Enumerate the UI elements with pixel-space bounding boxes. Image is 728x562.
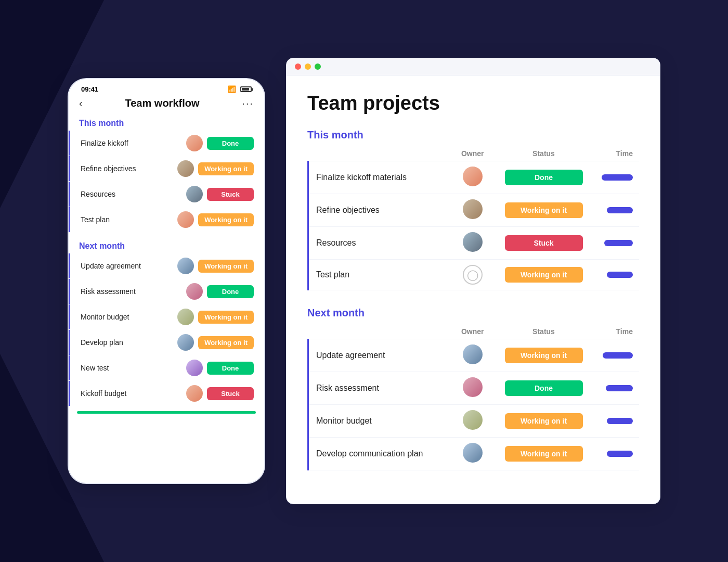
status-badge: Done bbox=[207, 137, 254, 150]
battery-icon bbox=[240, 86, 252, 92]
col-header-task bbox=[308, 324, 449, 339]
owner-cell bbox=[448, 339, 497, 372]
avatar bbox=[463, 377, 483, 397]
owner-cell bbox=[448, 405, 497, 438]
status-badge: Working on it bbox=[198, 336, 254, 349]
avatar bbox=[177, 258, 194, 274]
mobile-task-name: Develop plan bbox=[81, 338, 173, 347]
avatar bbox=[186, 385, 203, 402]
mobile-next-month-row-6[interactable]: Kickoff budget Stuck bbox=[69, 381, 264, 406]
owner-cell bbox=[448, 227, 497, 260]
table-row[interactable]: Resources Stuck bbox=[308, 227, 640, 260]
avatar bbox=[177, 309, 194, 325]
dot-red bbox=[295, 63, 301, 70]
status-badge: Working on it bbox=[505, 267, 583, 283]
mobile-next-month-row-3[interactable]: Monitor budget Working on it bbox=[69, 304, 264, 329]
time-bar bbox=[607, 451, 633, 457]
avatar bbox=[186, 186, 203, 202]
mobile-next-month-row-4[interactable]: Develop plan Working on it bbox=[69, 330, 264, 355]
status-time: 09:41 bbox=[81, 85, 98, 93]
avatar bbox=[186, 360, 203, 376]
back-button[interactable]: ‹ bbox=[79, 97, 83, 109]
status-cell: Stuck bbox=[497, 227, 590, 260]
status-badge: Working on it bbox=[505, 446, 583, 462]
table-row[interactable]: Finalize kickoff materials Done bbox=[308, 161, 640, 194]
status-badge: Working on it bbox=[198, 213, 254, 226]
task-name: Risk assessment bbox=[308, 372, 449, 405]
table-row[interactable]: Develop communication plan Working on it bbox=[308, 438, 640, 470]
mobile-next-month-row-5[interactable]: New test Done bbox=[69, 355, 264, 380]
mobile-this-month-row-3[interactable]: Resources Stuck bbox=[69, 182, 264, 207]
mobile-task-name: Refine objectives bbox=[81, 164, 173, 173]
task-name: Refine objectives bbox=[308, 194, 449, 227]
status-badge: Working on it bbox=[198, 311, 254, 324]
status-cell: Working on it bbox=[497, 405, 590, 438]
time-cell bbox=[591, 339, 639, 372]
mobile-next-month-label: Next month bbox=[69, 238, 264, 253]
more-button[interactable]: ··· bbox=[242, 97, 254, 109]
status-cell: Done bbox=[497, 372, 590, 405]
status-badge: Stuck bbox=[207, 188, 254, 201]
mobile-this-month-row-4[interactable]: Test plan Working on it bbox=[69, 207, 264, 232]
owner-cell bbox=[448, 372, 497, 405]
table-row[interactable]: Update agreement Working on it bbox=[308, 339, 640, 372]
time-cell bbox=[591, 161, 639, 194]
status-badge: Working on it bbox=[198, 162, 254, 175]
dot-yellow bbox=[305, 63, 311, 70]
task-name: Develop communication plan bbox=[308, 438, 449, 470]
status-badge: Done bbox=[207, 362, 254, 375]
time-bar bbox=[602, 174, 633, 181]
mobile-next-month-row-2[interactable]: Risk assessment Done bbox=[69, 279, 264, 304]
mobile-task-name: New test bbox=[81, 364, 182, 372]
status-cell: Working on it bbox=[497, 194, 590, 227]
avatar bbox=[463, 410, 483, 430]
next-month-table: Owner Status Time Update agreement Worki… bbox=[307, 324, 639, 470]
desktop-content: Team projects This month Owner Status Ti… bbox=[287, 75, 660, 504]
dot-green bbox=[315, 63, 321, 70]
col-header-status: Status bbox=[497, 146, 590, 161]
avatar-empty: ◯ bbox=[463, 265, 483, 285]
this-month-table: Owner Status Time Finalize kickoff mater… bbox=[307, 146, 639, 290]
avatar bbox=[177, 211, 194, 228]
mobile-task-name: Test plan bbox=[81, 215, 173, 224]
col-header-status: Status bbox=[497, 324, 590, 339]
status-badge: Stuck bbox=[207, 387, 254, 400]
mobile-this-month-row-2[interactable]: Refine objectives Working on it bbox=[69, 156, 264, 181]
avatar bbox=[463, 344, 483, 364]
avatar bbox=[463, 443, 483, 463]
time-bar bbox=[604, 240, 633, 246]
status-cell: Working on it bbox=[497, 438, 590, 470]
task-name: Resources bbox=[308, 227, 449, 260]
table-row[interactable]: Risk assessment Done bbox=[308, 372, 640, 405]
col-header-time: Time bbox=[591, 146, 639, 161]
owner-cell bbox=[448, 194, 497, 227]
avatar bbox=[177, 334, 194, 351]
task-name: Finalize kickoff materials bbox=[308, 161, 449, 194]
mobile-task-name: Finalize kickoff bbox=[81, 139, 182, 147]
mobile-task-name: Monitor budget bbox=[81, 313, 173, 321]
table-row[interactable]: Refine objectives Working on it bbox=[308, 194, 640, 227]
owner-cell: ◯ bbox=[448, 260, 497, 290]
mobile-this-month-row-1[interactable]: Finalize kickoff Done bbox=[69, 131, 264, 156]
col-header-task bbox=[308, 146, 449, 161]
page-title: Team projects bbox=[307, 92, 639, 114]
col-header-owner: Owner bbox=[448, 146, 497, 161]
table-row[interactable]: Monitor budget Working on it bbox=[308, 405, 640, 438]
mobile-task-name: Resources bbox=[81, 190, 182, 198]
status-badge: Working on it bbox=[505, 348, 583, 363]
time-bar bbox=[607, 207, 633, 213]
time-cell bbox=[591, 438, 639, 470]
task-name: Monitor budget bbox=[308, 405, 449, 438]
wifi-icon: 📶 bbox=[228, 85, 236, 93]
desktop-frame: Team projects This month Owner Status Ti… bbox=[286, 58, 660, 504]
mobile-title: Team workflow bbox=[125, 97, 200, 109]
desktop-titlebar bbox=[287, 58, 660, 75]
desktop-this-month-label: This month bbox=[307, 129, 639, 141]
bottom-bar bbox=[77, 411, 256, 414]
status-badge: Done bbox=[505, 170, 583, 185]
mobile-next-month-row-1[interactable]: Update agreement Working on it bbox=[69, 253, 264, 278]
avatar bbox=[463, 232, 483, 252]
table-row[interactable]: Test plan ◯ Working on it bbox=[308, 260, 640, 290]
status-cell: Working on it bbox=[497, 260, 590, 290]
status-badge: Done bbox=[207, 285, 254, 298]
